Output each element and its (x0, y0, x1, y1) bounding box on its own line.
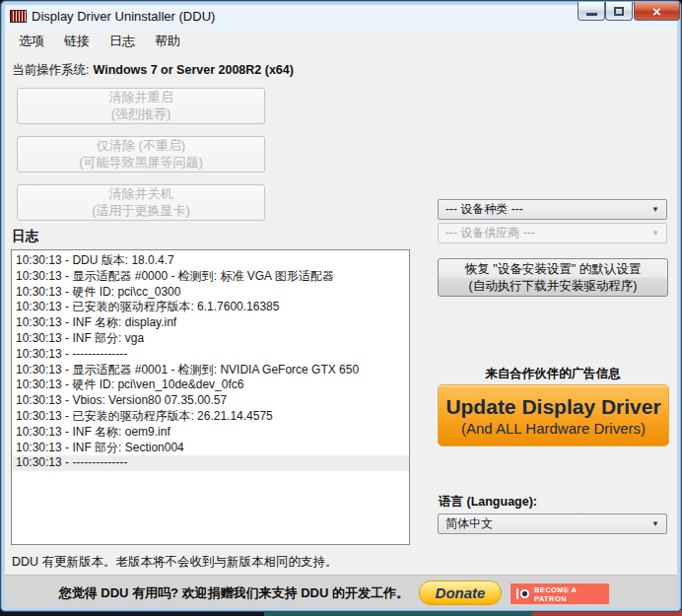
menu-bar: 选项 链接 日志 帮助 (5, 29, 677, 54)
button-sublabel: (强烈推荐) (18, 106, 264, 123)
button-label: 恢复 "设备安装设置" 的默认设置 (439, 261, 667, 278)
log-line[interactable]: 10:30:13 - -------------- (12, 455, 409, 471)
app-icon (10, 10, 27, 23)
log-section-label: 日志 (12, 228, 38, 245)
maximize-icon (614, 7, 624, 16)
log-line[interactable]: 10:30:13 - Vbios: Version80 07.35.00.57 (12, 393, 409, 409)
button-sublabel: (适用于更换显卡) (18, 203, 264, 220)
become-patron-button[interactable]: BECOME A PATRON (511, 583, 609, 604)
log-line[interactable]: 10:30:13 - INF 名称: display.inf (12, 315, 409, 331)
button-sublabel: (自动执行下载并安装驱动程序) (439, 278, 667, 295)
minimize-icon (586, 13, 597, 16)
button-sublabel: (可能导致黑屏等问题) (18, 155, 264, 171)
log-line[interactable]: 10:30:13 - 已安装的驱动程序版本: 6.1.7600.16385 (12, 300, 409, 315)
ad-button-subtitle: (And ALL Hardware Drivers) (461, 419, 646, 438)
log-line[interactable]: 10:30:13 - INF 部分: vga (12, 331, 409, 347)
current-os-label: 当前操作系统: (12, 63, 89, 77)
button-label: 清除并关机 (18, 186, 264, 203)
app-window: Display Driver Uninstaller (DDU) × 选项 链接… (0, 0, 682, 612)
restore-device-install-settings-button[interactable]: 恢复 "设备安装设置" 的默认设置 (自动执行下载并安装驱动程序) (438, 258, 668, 297)
log-line[interactable]: 10:30:13 - -------------- (12, 347, 409, 363)
log-line[interactable]: 10:30:13 - 硬件 ID: pci\cc_0300 (12, 285, 409, 301)
window-title: Display Driver Uninstaller (DDU) (32, 9, 215, 24)
close-button[interactable]: × (634, 2, 680, 21)
button-label: 仅清除 (不重启) (18, 138, 264, 155)
language-dropdown[interactable]: 简体中文 ▼ (438, 513, 667, 534)
log-line[interactable]: 10:30:13 - DDU 版本: 18.0.4.7 (12, 253, 409, 269)
title-bar[interactable]: Display Driver Uninstaller (DDU) (6, 3, 563, 29)
menu-item-links[interactable]: 链接 (54, 29, 100, 54)
menu-item-help[interactable]: 帮助 (145, 29, 190, 54)
client-area: 选项 链接 日志 帮助 当前操作系统:Windows 7 or Server 2… (5, 29, 677, 607)
current-os-value: Windows 7 or Server 2008R2 (x64) (93, 63, 293, 77)
menu-item-options[interactable]: 选项 (9, 29, 54, 54)
maximize-button[interactable] (605, 2, 633, 21)
chevron-down-icon: ▼ (651, 229, 659, 238)
chevron-down-icon: ▼ (651, 205, 659, 214)
chevron-down-icon: ▼ (651, 519, 659, 528)
patron-label: BECOME A PATRON (534, 585, 609, 603)
update-status-text: DDU 有更新版本。老版本将不会收到与新版本相同的支持。 (12, 554, 338, 571)
log-line[interactable]: 10:30:13 - 显示适配器 #0001 - 检测到: NVIDIA GeF… (12, 363, 409, 378)
log-box[interactable]: 10:30:13 - DDU 版本: 18.0.4.7 10:30:13 - 显… (11, 249, 410, 545)
donate-label: Donate (436, 584, 486, 601)
partner-ad-caption: 来自合作伙伴的广告信息 (438, 366, 668, 382)
clean-and-shutdown-button[interactable]: 清除并关机 (适用于更换显卡) (17, 184, 265, 221)
donate-button[interactable]: Donate (419, 581, 502, 605)
device-type-value: --- 设备种类 --- (445, 201, 523, 218)
close-icon: × (652, 3, 661, 20)
current-os-line: 当前操作系统:Windows 7 or Server 2008R2 (x64) (12, 62, 294, 79)
donation-message: 您觉得 DDU 有用吗? 欢迎捐赠我们来支持 DDU 的开发工作。 (59, 584, 409, 602)
update-display-driver-ad-button[interactable]: Update Display Driver (And ALL Hardware … (438, 384, 669, 446)
button-label: 清除并重启 (18, 90, 264, 106)
device-type-dropdown[interactable]: --- 设备种类 --- ▼ (438, 199, 667, 220)
device-vendor-dropdown: --- 设备供应商 --- ▼ (438, 223, 667, 243)
patreon-icon (516, 588, 529, 599)
log-line[interactable]: 10:30:13 - INF 部分: Section004 (12, 441, 409, 456)
log-line[interactable]: 10:30:13 - INF 名称: oem9.inf (12, 425, 409, 441)
language-label: 语言 (Language): (439, 494, 537, 511)
log-line[interactable]: 10:30:13 - 硬件 ID: pci\ven_10de&dev_0fc6 (12, 377, 409, 393)
clean-only-button[interactable]: 仅清除 (不重启) (可能导致黑屏等问题) (17, 136, 265, 172)
log-line[interactable]: 10:30:13 - 已安装的驱动程序版本: 26.21.14.4575 (12, 409, 409, 425)
minimize-button[interactable] (578, 2, 605, 21)
ad-button-title: Update Display Driver (445, 394, 660, 419)
footer-bar: 您觉得 DDU 有用吗? 欢迎捐赠我们来支持 DDU 的开发工作。 Donate… (5, 575, 677, 607)
language-value: 简体中文 (445, 515, 493, 532)
device-vendor-value: --- 设备供应商 --- (445, 225, 535, 241)
log-line[interactable]: 10:30:13 - 显示适配器 #0000 - 检测到: 标准 VGA 图形适… (12, 269, 409, 285)
clean-and-restart-button[interactable]: 清除并重启 (强烈推荐) (17, 88, 265, 124)
menu-item-log[interactable]: 日志 (100, 29, 145, 54)
